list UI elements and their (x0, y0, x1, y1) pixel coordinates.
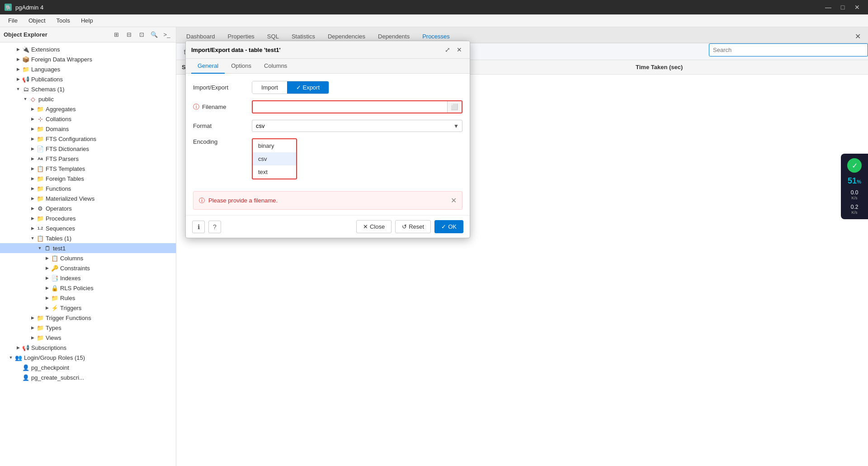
import-export-toggle: Import ✓ Export (252, 81, 329, 94)
tree-item-collations[interactable]: ▶ ⊹ Collations (0, 114, 176, 124)
modal-tabs: General Options Columns (186, 59, 470, 74)
query-button[interactable]: ⊡ (136, 29, 147, 40)
modal-tab-options[interactable]: Options (225, 59, 258, 74)
required-icon: ⓘ (193, 103, 199, 111)
tree-item-tables[interactable]: ▼ 📋 Tables (1) (0, 233, 176, 243)
titlebar-controls: — □ ✕ (822, 1, 863, 14)
status-percent-unit: % (857, 179, 861, 184)
tree-item-fts-parsers[interactable]: ▶ Aa FTS Parsers (0, 154, 176, 164)
tree-toggle: ▶ (29, 315, 36, 320)
tree-item-publications[interactable]: ▶ 📢 Publications (0, 74, 176, 84)
fts-templates-icon: 📋 (36, 165, 44, 172)
fts-configs-icon: 📁 (36, 136, 44, 142)
tree-label-schemas: Schemas (1) (31, 86, 65, 93)
tree-item-columns[interactable]: ▶ 📋 Columns (0, 253, 176, 263)
format-row: Format csv binary text ▼ (193, 120, 462, 132)
filename-input[interactable] (253, 101, 447, 113)
filename-input-wrap: ⬜ (252, 100, 462, 113)
tree-label-login-roles: Login/Group Roles (15) (24, 354, 85, 361)
tree-item-triggers[interactable]: ▶ ⚡ Triggers (0, 303, 176, 313)
menu-file[interactable]: File (4, 16, 22, 25)
export-button[interactable]: ✓ Export (287, 81, 329, 94)
dropdown-item-csv[interactable]: csv (253, 152, 296, 165)
tree-item-operators[interactable]: ▶ ⚙ Operators (0, 203, 176, 213)
minimize-button[interactable]: — (822, 1, 835, 14)
import-export-dialog: Import/Export data - table 'test1' ⤢ ✕ G… (185, 41, 470, 238)
tree-item-login-roles[interactable]: ▼ 👥 Login/Group Roles (15) (0, 353, 176, 362)
tree-item-foreign-tables[interactable]: ▶ 📁 Foreign Tables (0, 174, 176, 184)
info-button[interactable]: ℹ (192, 221, 205, 233)
tree-label-rules: Rules (60, 295, 75, 301)
tree-item-pg-checkpoint[interactable]: ▶ 👤 pg_checkpoint (0, 362, 176, 372)
browse-button[interactable]: ⬜ (447, 101, 462, 113)
public-icon: ◇ (29, 96, 37, 103)
modal-tab-general[interactable]: General (191, 59, 225, 74)
tree-item-sequences[interactable]: ▶ 1.2 Sequences (0, 223, 176, 233)
tree-container[interactable]: ▶ 🔌 Extensions ▶ 📦 Foreign Data Wrappers… (0, 42, 176, 466)
tree-toggle: ▶ (29, 196, 36, 201)
tree-label-operators: Operators (46, 205, 72, 212)
tree-label-subscriptions: Subscriptions (31, 344, 66, 351)
dropdown-item-binary[interactable]: binary (253, 139, 296, 152)
tree-item-indexes[interactable]: ▶ 📑 Indexes (0, 273, 176, 283)
tree-item-views[interactable]: ▶ 📁 Views (0, 333, 176, 343)
tree-item-rls-policies[interactable]: ▶ 🔒 RLS Policies (0, 283, 176, 293)
tree-item-types[interactable]: ▶ 📁 Types (0, 323, 176, 333)
tree-toggle: ▶ (29, 186, 36, 191)
tree-item-functions[interactable]: ▶ 📁 Functions (0, 184, 176, 193)
publications-icon: 📢 (22, 76, 30, 83)
maximize-button[interactable]: □ (836, 1, 849, 14)
close-button[interactable]: ✕ (851, 1, 863, 14)
menu-tools[interactable]: Tools (52, 16, 75, 25)
tree-item-rules[interactable]: ▶ 📁 Rules (0, 293, 176, 303)
status-net-up-unit: K/s (851, 210, 857, 215)
import-button[interactable]: Import (252, 81, 287, 94)
panel-close-button[interactable]: ✕ (851, 30, 864, 42)
tree-item-test1[interactable]: ▼ 🗒 test1 (0, 243, 176, 253)
help-button[interactable]: ? (208, 221, 221, 233)
format-select[interactable]: csv binary text (252, 120, 462, 132)
status-check-icon: ✓ (847, 158, 862, 173)
tree-item-fts-configs[interactable]: ▶ 📁 FTS Configurations (0, 134, 176, 144)
tree-label-columns: Columns (60, 255, 83, 262)
format-select-wrap: csv binary text ▼ (252, 120, 462, 132)
tree-item-fts-templates[interactable]: ▶ 📋 FTS Templates (0, 164, 176, 174)
tree-item-fts-dicts[interactable]: ▶ 📄 FTS Dictionaries (0, 144, 176, 154)
modal-close-button[interactable]: ✕ (454, 45, 464, 55)
tree-item-fdw[interactable]: ▶ 📦 Foreign Data Wrappers (0, 54, 176, 64)
terminal-button[interactable]: >_ (161, 29, 172, 40)
search-input[interactable] (713, 47, 864, 53)
reset-button[interactable]: ↺ Reset (395, 220, 431, 233)
modal-controls: ⤢ ✕ (443, 45, 464, 55)
modal-tab-columns[interactable]: Columns (258, 59, 293, 74)
tree-item-procedures[interactable]: ▶ 📁 Procedures (0, 213, 176, 223)
modal-expand-button[interactable]: ⤢ (443, 45, 453, 55)
table-view-button[interactable]: ⊟ (123, 29, 134, 40)
close-button[interactable]: ✕ Close (356, 220, 392, 233)
tree-item-constraints[interactable]: ▶ 🔑 Constraints (0, 263, 176, 273)
tree-item-domains[interactable]: ▶ 📁 Domains (0, 124, 176, 134)
app-icon: 🐘 (5, 4, 12, 11)
tree-item-schemas[interactable]: ▼ 🗂 Schemas (1) (0, 84, 176, 94)
tree-item-pg-create-sub[interactable]: ▶ 👤 pg_create_subscri... (0, 372, 176, 382)
menu-object[interactable]: Object (24, 16, 50, 25)
ok-button[interactable]: ✓ OK (434, 220, 463, 233)
tables-icon: 📋 (36, 235, 44, 242)
triggers-icon: ⚡ (51, 305, 59, 311)
tree-item-extensions[interactable]: ▶ 🔌 Extensions (0, 44, 176, 54)
search-button[interactable]: 🔍 (149, 29, 160, 40)
status-net-up-value: 0.2 (851, 204, 859, 210)
dropdown-item-text[interactable]: text (253, 165, 296, 179)
error-close-button[interactable]: ✕ (451, 196, 457, 205)
tree-item-public[interactable]: ▼ ◇ public (0, 94, 176, 104)
tree-item-aggregates[interactable]: ▶ 📁 Aggregates (0, 104, 176, 114)
collations-icon: ⊹ (36, 116, 44, 122)
tree-item-trigger-functions[interactable]: ▶ 📁 Trigger Functions (0, 313, 176, 323)
menu-help[interactable]: Help (76, 16, 98, 25)
tree-item-subscriptions[interactable]: ▶ 📢 Subscriptions (0, 343, 176, 353)
view-menu-button[interactable]: ⊞ (111, 29, 122, 40)
tree-item-languages[interactable]: ▶ 📁 Languages (0, 64, 176, 74)
pg-create-sub-icon: 👤 (22, 374, 30, 381)
tree-item-mat-views[interactable]: ▶ 📁 Materialized Views (0, 193, 176, 203)
fdw-icon: 📦 (22, 56, 30, 63)
